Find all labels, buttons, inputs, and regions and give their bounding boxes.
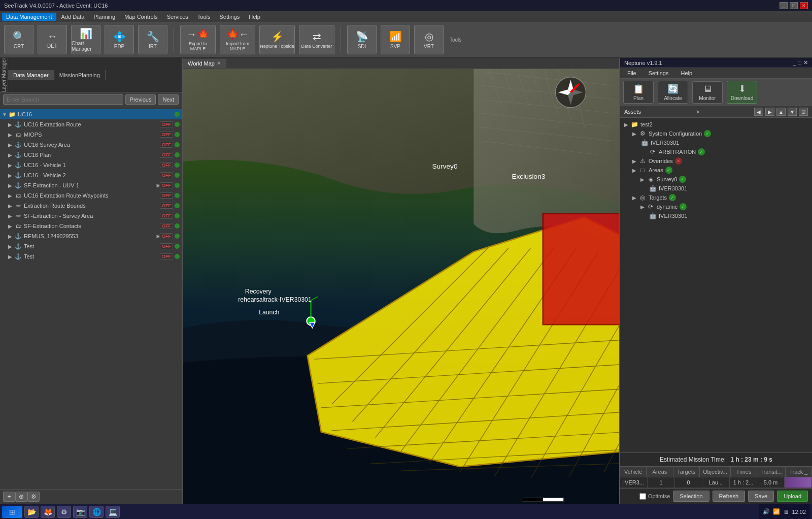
- export-maple-button[interactable]: →🍁 Export to MAPLE: [180, 25, 216, 54]
- toggle-wp[interactable]: OFF: [160, 192, 173, 199]
- map-content[interactable]: 100 m Survey0 Exclusion3 Recovery rehear…: [183, 69, 619, 504]
- neptune-maximize[interactable]: □: [798, 59, 801, 66]
- asset-areas[interactable]: ▶ □ Areas ✓: [620, 166, 812, 175]
- world-map-close[interactable]: ✕: [217, 60, 221, 66]
- arrow-sys-config[interactable]: ▶: [632, 131, 638, 137]
- tree-arrow-v1[interactable]: ▶: [8, 163, 14, 168]
- chart-manager-button[interactable]: 📊 Chart Manager: [71, 25, 100, 54]
- menu-tools[interactable]: Tools: [193, 13, 215, 21]
- tree-item-sf-survey[interactable]: ▶ ✏ SF-Extraction - Survey Area OFF: [0, 211, 182, 221]
- asset-targets[interactable]: ▶ ◎ Targets ✓: [620, 193, 812, 202]
- import-maple-button[interactable]: 🍁← Import from MAPLE: [220, 25, 255, 54]
- taskbar-item-4[interactable]: 📷: [73, 506, 87, 518]
- tab-data-manager[interactable]: Data Manager: [8, 70, 54, 80]
- toggle-extraction-route[interactable]: OFF: [160, 121, 173, 127]
- det-button[interactable]: ↔ DET: [38, 25, 67, 54]
- toggle-sfs[interactable]: OFF: [160, 213, 173, 219]
- asset-iver30301-1[interactable]: 🤖 IVER30301: [620, 138, 812, 147]
- tree-item-uc16-plan[interactable]: ▶ ⚓ UC16 Plan OFF: [0, 150, 182, 160]
- col-areas[interactable]: Areas: [647, 467, 673, 477]
- tray-network-icon[interactable]: 📶: [773, 508, 780, 515]
- layer-manager-sidebar[interactable]: Layer Manager: [0, 58, 8, 92]
- irt-button[interactable]: 🔧 IRT: [138, 25, 167, 54]
- arrow-targets[interactable]: ▶: [632, 195, 638, 201]
- refresh-button[interactable]: Refresh: [713, 491, 746, 502]
- data-converter-button[interactable]: ⇄ Data Converter: [299, 25, 334, 54]
- asset-iver30301-2[interactable]: 🤖 IVER30301: [620, 184, 812, 193]
- tree-item-contacts[interactable]: ▶ 🗂 SF-Extraction Contacts OFF: [0, 221, 182, 231]
- tree-arrow-test2[interactable]: ▶: [8, 254, 14, 260]
- svp-button[interactable]: 📶 SVP: [381, 25, 410, 54]
- tree-arrow-rb[interactable]: ▶: [8, 203, 14, 209]
- tree-item-uc16[interactable]: ▼ 📁 UC16: [0, 109, 182, 119]
- toggle-ct[interactable]: OFF: [160, 223, 173, 229]
- next-button[interactable]: Next: [158, 94, 179, 105]
- toggle-rb[interactable]: OFF: [160, 203, 173, 209]
- taskbar-item-3[interactable]: ⚙: [57, 506, 71, 518]
- tray-speaker-icon[interactable]: 🔊: [763, 508, 770, 515]
- menu-add-data[interactable]: Add Data: [57, 13, 89, 21]
- tree-item-vehicle1[interactable]: ▶ ⚓ UC16 - Vehicle 1 OFF: [0, 160, 182, 170]
- tree-arrow-test1[interactable]: ▶: [8, 244, 14, 249]
- tree-item-waypoints[interactable]: ▶ 🗂 UC16 Extraction Route Waypoints OFF: [0, 190, 182, 201]
- start-button[interactable]: ⊞: [2, 506, 22, 518]
- assets-nav-expand[interactable]: ⊡: [799, 108, 808, 116]
- arrow-areas[interactable]: ▶: [632, 168, 638, 173]
- neptune-topside-button[interactable]: ⚡ Neptune Topside: [259, 25, 295, 54]
- neptune-monitor-button[interactable]: 🖥 Monitor: [692, 81, 723, 104]
- col-objectives[interactable]: Objectiv...: [700, 467, 731, 477]
- sdi-button[interactable]: 📡 SDI: [347, 25, 377, 54]
- toggle-v1[interactable]: OFF: [160, 162, 173, 168]
- tree-item-vehicle2[interactable]: ▶ ⚓ UC16 - Vehicle 2 OFF: [0, 170, 182, 180]
- tree-arrow-miops[interactable]: ▶: [8, 132, 14, 138]
- asset-overrides[interactable]: ▶ ⚠ Overrides ✕: [620, 156, 812, 166]
- tree-arrow-plan[interactable]: ▶: [8, 152, 14, 158]
- panel-ctrl-add[interactable]: +: [3, 492, 15, 502]
- assets-close[interactable]: ✕: [696, 109, 700, 115]
- tree-item-remus[interactable]: ▶ ⚓ REMUS_1249029553 ◉ OFF: [0, 231, 182, 241]
- menu-settings[interactable]: Settings: [216, 13, 244, 21]
- neptune-allocate-button[interactable]: 🔄 Allocate: [658, 81, 688, 104]
- tree-item-miops[interactable]: ▶ 🗂 MIOPS OFF: [0, 129, 182, 140]
- table-row-0[interactable]: IVER3... 1 0 Lau... 1 h : 2... 5.0 m: [620, 477, 812, 488]
- arrow-dynamic[interactable]: ▶: [640, 204, 647, 210]
- edp-button[interactable]: 💠 EDP: [105, 25, 134, 54]
- taskbar-item-2[interactable]: 🦊: [41, 506, 55, 518]
- neptune-download-button[interactable]: ⬇ Download: [727, 81, 757, 104]
- toggle-miops[interactable]: OFF: [160, 132, 173, 138]
- tree-arrow-remus[interactable]: ▶: [8, 234, 14, 239]
- selection-button[interactable]: Selection: [673, 491, 709, 502]
- col-targets[interactable]: Targets: [673, 467, 700, 477]
- menu-services[interactable]: Services: [163, 13, 192, 21]
- tree-item-survey-area[interactable]: ▶ ⚓ UC16 Survey Area OFF: [0, 140, 182, 150]
- assets-nav-left[interactable]: ◀: [754, 108, 763, 116]
- tree-item-test2[interactable]: ▶ ⚓ Test OFF: [0, 251, 182, 262]
- asset-dynamic[interactable]: ▶ ⟳ dynamic ✓: [620, 202, 812, 211]
- toggle-test1[interactable]: OFF: [160, 243, 173, 249]
- col-transit[interactable]: Transit...: [757, 467, 785, 477]
- asset-sys-config[interactable]: ▶ ⚙ System Configuration ✓: [620, 129, 812, 138]
- neptune-close[interactable]: ✕: [803, 59, 808, 66]
- tree-item-sf-extraction-uuv1[interactable]: ▶ ⚓ SF-Extraction - UUV 1 ◉ OFF: [0, 180, 182, 190]
- col-track[interactable]: Track _: [786, 467, 812, 477]
- tree-arrow-uc16[interactable]: ▼: [2, 112, 8, 117]
- neptune-minimize[interactable]: _: [793, 59, 796, 66]
- tree-arrow-ct[interactable]: ▶: [8, 223, 14, 229]
- arrow-survey0[interactable]: ▶: [640, 177, 647, 182]
- menu-planning[interactable]: Planning: [89, 13, 119, 21]
- tree-arrow-survey[interactable]: ▶: [8, 142, 14, 148]
- previous-button[interactable]: Previous: [125, 94, 156, 105]
- toggle-survey[interactable]: OFF: [160, 142, 173, 148]
- neptune-plan-button[interactable]: 📋 Plan: [623, 81, 654, 104]
- tree-item-uc16-extraction-route[interactable]: ▶ ⚓ UC16 Extraction Route OFF: [0, 119, 182, 129]
- col-vehicle[interactable]: Vehicle: [620, 467, 647, 477]
- asset-survey0[interactable]: ▶ ◈ Survey0 ✓: [620, 175, 812, 184]
- tab-mission-planning[interactable]: MissionPlanning: [54, 70, 106, 80]
- menu-map-controls[interactable]: Map Controls: [120, 13, 161, 21]
- minimize-button[interactable]: _: [780, 2, 788, 9]
- asset-iver30301-3[interactable]: 🤖 IVER30301: [620, 211, 812, 220]
- col-times[interactable]: Times: [731, 467, 757, 477]
- asset-test2[interactable]: ▶ 📁 test2: [620, 120, 812, 129]
- menu-data-management[interactable]: Data Management: [2, 13, 56, 21]
- neptune-menu-file[interactable]: File: [623, 69, 640, 77]
